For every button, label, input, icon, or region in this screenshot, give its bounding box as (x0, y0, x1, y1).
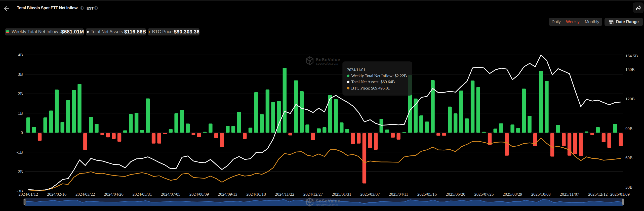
svg-text:-2B: -2B (17, 169, 23, 174)
svg-text:2024/05/31: 2024/05/31 (132, 192, 152, 197)
svg-text:sosovalue.com: sosovalue.com (316, 62, 338, 65)
svg-text:SoSoValue: SoSoValue (316, 199, 340, 203)
svg-text:2024/11/22: 2024/11/22 (275, 192, 294, 197)
svg-text:BTC Price: $69,496.01: BTC Price: $69,496.01 (351, 86, 390, 91)
svg-text:0: 0 (21, 130, 23, 135)
svg-text:2024/02/16: 2024/02/16 (47, 192, 66, 197)
svg-text:2024/07/05: 2024/07/05 (161, 192, 180, 197)
svg-text:Weekly Total Net Inflow: $2.22: Weekly Total Net Inflow: $2.22B (351, 73, 407, 78)
svg-text:90B: 90B (625, 126, 632, 131)
svg-text:2025/06/20: 2025/06/20 (446, 192, 465, 197)
svg-text:4B: 4B (18, 53, 23, 57)
svg-text:2025/04/11: 2025/04/11 (389, 192, 408, 197)
svg-text:2025/07/25: 2025/07/25 (474, 192, 494, 197)
svg-text:2025/03/07: 2025/03/07 (360, 192, 380, 197)
svg-text:2024/03/22: 2024/03/22 (75, 192, 95, 197)
svg-text:3B: 3B (18, 72, 23, 77)
svg-text:-1B: -1B (17, 150, 23, 155)
svg-text:2024/04/26: 2024/04/26 (104, 192, 123, 197)
svg-text:2025/01/31: 2025/01/31 (332, 192, 351, 197)
svg-text:2025/10/03: 2025/10/03 (531, 192, 551, 197)
svg-text:60B: 60B (625, 155, 632, 160)
svg-text:2024/01/12: 2024/01/12 (19, 192, 38, 197)
svg-text:120B: 120B (625, 97, 635, 101)
svg-text:2025/05/16: 2025/05/16 (417, 192, 437, 197)
svg-text:164.5B: 164.5B (625, 54, 638, 58)
svg-text:30B: 30B (625, 185, 632, 190)
svg-text:2025/12/12: 2025/12/12 (588, 192, 608, 197)
svg-text:2025/08/29: 2025/08/29 (503, 192, 522, 197)
svg-text:2026/01/09: 2026/01/09 (610, 192, 630, 197)
svg-text:2024/09/13: 2024/09/13 (218, 192, 237, 197)
svg-text:sosovalue.com: sosovalue.com (316, 203, 338, 207)
svg-text:SoSoValue: SoSoValue (316, 57, 340, 62)
svg-text:150B: 150B (625, 67, 635, 72)
svg-text:2024/10/18: 2024/10/18 (246, 192, 266, 197)
svg-text:2B: 2B (18, 91, 23, 96)
svg-text:2024/08/09: 2024/08/09 (189, 192, 209, 197)
svg-text:2025/11/07: 2025/11/07 (560, 192, 579, 197)
svg-text:2024/12/27: 2024/12/27 (303, 192, 323, 197)
svg-text:1B: 1B (18, 111, 23, 116)
svg-text:Total Net Assets: $69.64B: Total Net Assets: $69.64B (351, 79, 395, 84)
svg-text:2024/11/01: 2024/11/01 (347, 68, 365, 72)
